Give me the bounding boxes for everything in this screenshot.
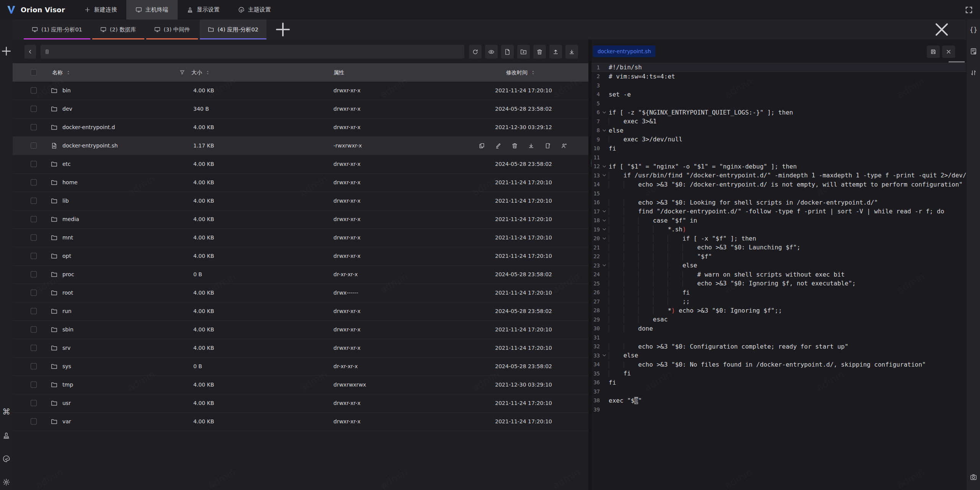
menu-host-terminal[interactable]: 主机终端	[126, 0, 178, 20]
fullscreen-icon[interactable]	[965, 6, 973, 14]
code-line[interactable]: 38 exec "$@"	[591, 396, 966, 405]
code-line[interactable]: 34 echo >&3 "$0: No files found in /dock…	[591, 360, 966, 369]
swap-vertical-icon[interactable]	[970, 69, 977, 77]
camera-icon[interactable]	[970, 473, 977, 481]
file-name[interactable]: tmp	[62, 376, 73, 394]
menu-display-settings[interactable]: 显示设置	[178, 0, 229, 20]
code-line[interactable]: 8 else	[591, 126, 966, 135]
row-checkbox[interactable]	[31, 216, 37, 222]
file-name[interactable]: usr	[62, 394, 71, 412]
terminal-tab-2[interactable]: (2) 数据库	[92, 20, 144, 39]
code-line[interactable]: 16 echo >&3 "$0: Looking for shell scrip…	[591, 198, 966, 207]
preview-button[interactable]	[485, 45, 498, 59]
file-name[interactable]: sys	[62, 357, 71, 375]
code-line[interactable]: 4 set -e	[591, 90, 966, 99]
close-all-tabs-icon[interactable]	[932, 20, 952, 39]
code-line[interactable]: 11	[591, 153, 966, 162]
file-bookmark-icon[interactable]	[970, 48, 977, 55]
row-checkbox[interactable]	[31, 308, 37, 314]
code-line[interactable]: 10 fi	[591, 144, 966, 153]
stamp-icon[interactable]	[2, 431, 10, 439]
fold-chevron-icon[interactable]	[600, 218, 609, 223]
file-name[interactable]: docker-entrypoint.sh	[62, 137, 118, 155]
code-line[interactable]: 3	[591, 81, 966, 90]
code-line[interactable]: 22 "$f"	[591, 252, 966, 261]
row-checkbox[interactable]	[31, 87, 37, 93]
copy-icon[interactable]	[479, 143, 485, 149]
code-line[interactable]: 5	[591, 99, 966, 108]
column-time[interactable]: 修改时间	[506, 63, 536, 82]
code-line[interactable]: 27 ;;	[591, 297, 966, 306]
file-row[interactable]: sys 0 B dr-xr-xr-x 2024-05-28 23:58:02	[13, 357, 588, 376]
row-checkbox[interactable]	[31, 161, 37, 167]
file-row[interactable]: root 4.00 KB drwx------ 2021-11-24 17:20…	[13, 284, 588, 302]
menu-theme-settings[interactable]: 主题设置	[229, 0, 280, 20]
terminal-tab-4[interactable]: (4) 应用-分析02	[200, 20, 266, 39]
row-checkbox[interactable]	[31, 418, 37, 424]
permission-icon[interactable]	[561, 143, 567, 149]
file-row[interactable]: opt 4.00 KB drwxr-xr-x 2021-11-24 17:20:…	[13, 247, 588, 265]
code-line[interactable]: 21 echo >&3 "$0: Launching $f";	[591, 243, 966, 252]
row-checkbox[interactable]	[31, 290, 37, 296]
code-line[interactable]: 30 done	[591, 324, 966, 333]
row-checkbox[interactable]	[31, 382, 37, 388]
file-row[interactable]: dev 340 B drwxr-xr-x 2024-05-28 23:58:02	[13, 100, 588, 118]
column-name[interactable]: 名称	[52, 63, 71, 82]
code-line[interactable]: 14 echo >&3 "$0: /docker-entrypoint.d/ i…	[591, 180, 966, 189]
code-line[interactable]: 2 # vim:sw=4:ts=4:et	[591, 72, 966, 81]
row-checkbox[interactable]	[31, 143, 37, 149]
gear-icon[interactable]	[2, 478, 10, 486]
fold-chevron-icon[interactable]	[600, 173, 609, 177]
row-checkbox[interactable]	[31, 198, 37, 204]
code-line[interactable]: 6 if [ -z "${NGINX_ENTRYPOINT_QUIET_LOGS…	[591, 108, 966, 117]
file-name[interactable]: srv	[62, 339, 70, 357]
row-checkbox[interactable]	[31, 234, 37, 241]
code-line[interactable]: 39	[591, 405, 966, 414]
code-line[interactable]: 20 if [ -x "$f" ]; then	[591, 234, 966, 243]
editor-file-tag[interactable]: docker-entrypoint.sh	[593, 46, 655, 57]
refresh-button[interactable]	[469, 45, 482, 59]
code-line[interactable]: 26 fi	[591, 288, 966, 297]
row-checkbox[interactable]	[31, 345, 37, 351]
sort-name-icon[interactable]	[65, 70, 71, 75]
terminal-tab-1[interactable]: (1) 应用-分析01	[24, 20, 90, 39]
palette-icon[interactable]	[2, 455, 10, 463]
back-button[interactable]	[24, 45, 36, 59]
file-row[interactable]: bin 4.00 KB drwxr-xr-x 2021-11-24 17:20:…	[13, 82, 588, 100]
code-line[interactable]: 29 esac	[591, 315, 966, 324]
file-row[interactable]: tmp 4.00 KB drwxrwxrwx 2021-12-30 03:29:…	[13, 376, 588, 394]
file-name[interactable]: media	[62, 210, 79, 228]
code-line[interactable]: 36 fi	[591, 378, 966, 387]
code-line[interactable]: 7 exec 3>&1	[591, 117, 966, 126]
panel-resize-handle[interactable]: ⋮⋮⋮⋮	[588, 39, 591, 490]
code-line[interactable]: 35 fi	[591, 369, 966, 378]
file-name[interactable]: proc	[62, 265, 74, 284]
fold-chevron-icon[interactable]	[600, 128, 609, 133]
code-line[interactable]: 24 # warn on shell scripts without exec …	[591, 270, 966, 279]
file-row[interactable]: docker-entrypoint.sh 1.17 KB -rwxrwxr-x	[13, 137, 588, 155]
file-row[interactable]: var 4.00 KB drwxr-xr-x 2021-11-24 17:20:…	[13, 413, 588, 431]
download-button[interactable]	[565, 45, 578, 59]
fold-chevron-icon[interactable]	[600, 353, 609, 357]
file-row[interactable]: mnt 4.00 KB drwxr-xr-x 2021-11-24 17:20:…	[13, 229, 588, 247]
row-checkbox[interactable]	[31, 363, 37, 369]
menu-new-connection[interactable]: 新建连接	[75, 0, 126, 20]
row-checkbox[interactable]	[31, 124, 37, 130]
command-icon[interactable]: ⌘	[2, 408, 10, 416]
code-line[interactable]: 17 find "/docker-entrypoint.d/" -follow …	[591, 207, 966, 216]
code-line[interactable]: 9 exec 3>/dev/null	[591, 135, 966, 144]
file-name[interactable]: root	[62, 284, 73, 302]
code-line[interactable]: 12 if [ "$1" = "nginx" -o "$1" = "nginx-…	[591, 162, 966, 171]
close-editor-button[interactable]	[942, 46, 955, 58]
fold-chevron-icon[interactable]	[600, 263, 609, 267]
file-row[interactable]: srv 4.00 KB drwxr-xr-x 2021-11-24 17:20:…	[13, 339, 588, 357]
move-icon[interactable]	[544, 143, 551, 149]
select-all-checkbox[interactable]	[31, 69, 37, 75]
row-checkbox[interactable]	[31, 179, 37, 185]
fold-chevron-icon[interactable]	[600, 164, 609, 169]
file-name[interactable]: etc	[62, 155, 71, 173]
code-line[interactable]: 33 else	[591, 351, 966, 360]
row-checkbox[interactable]	[31, 271, 37, 277]
terminal-tab-3[interactable]: (3) 中间件	[146, 20, 198, 39]
row-checkbox[interactable]	[31, 106, 37, 112]
